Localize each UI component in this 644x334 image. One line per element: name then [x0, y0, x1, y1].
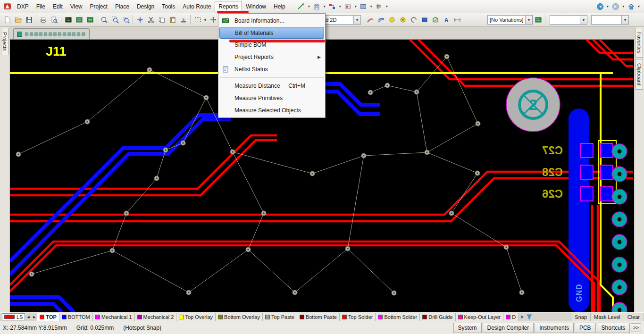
layer-tab-top-paste[interactable]: Top Paste	[263, 313, 297, 321]
variations-combo[interactable]: [No Variations] ▼	[487, 15, 533, 25]
menu-reports[interactable]: Reports	[215, 1, 242, 12]
menu-edit[interactable]: Edit	[49, 1, 67, 12]
via-icon[interactable]	[397, 15, 408, 25]
menu-item-measure-primitives[interactable]: Measure Primitives	[218, 92, 325, 104]
layer-tab-bottom-overlay[interactable]: Bottom Overlay	[216, 313, 263, 321]
variations-dropdown-icon[interactable]: ▼	[525, 16, 532, 24]
variant-manager-icon[interactable]	[533, 15, 544, 25]
mask-level-button[interactable]: Mask Level	[590, 313, 624, 321]
room-icon[interactable]	[343, 1, 353, 12]
toolbar-combo-2[interactable]: ▼	[550, 15, 587, 25]
layer-tab-drill-guide[interactable]: Drill Guide	[420, 313, 455, 321]
import-board-icon[interactable]	[74, 15, 84, 25]
layer-tab-top-solder[interactable]: Top Solder	[340, 313, 376, 321]
grid-icon[interactable]	[374, 1, 385, 12]
cut-icon[interactable]	[145, 15, 156, 25]
panel-tab-clipboard[interactable]: Clipboard	[636, 59, 643, 90]
menu-help[interactable]: Help	[270, 1, 289, 12]
document-tab[interactable]	[13, 28, 90, 39]
net-color-dropdown-icon[interactable]: ▼	[338, 5, 343, 8]
menu-auto-route[interactable]: Auto Route	[179, 1, 215, 12]
zoom-area-icon[interactable]	[109, 15, 120, 25]
move-object-icon[interactable]	[208, 15, 218, 25]
scroll-layers-right-icon[interactable]: ►	[31, 315, 37, 319]
back-icon[interactable]	[594, 1, 605, 12]
arc-icon[interactable]	[408, 15, 419, 25]
cross-probe-icon[interactable]	[134, 15, 145, 25]
panel-tab-favorites[interactable]: Favorites	[636, 28, 643, 58]
menu-item-bill-of-materials[interactable]: Bill of Materials	[219, 27, 324, 39]
scroll-layers-left-icon[interactable]: ◄	[25, 315, 31, 319]
room-dropdown-icon[interactable]: ▼	[353, 5, 358, 8]
dimension-icon[interactable]	[452, 15, 462, 25]
forward-dropdown-icon[interactable]: ▼	[621, 5, 626, 8]
layer-tab-drill-drawing[interactable]: D	[503, 313, 519, 321]
polygon-pour-icon[interactable]	[430, 15, 441, 25]
net-color-icon[interactable]	[327, 1, 338, 12]
layer-tab-top[interactable]: TOP	[37, 313, 59, 321]
layer-tab-mechanical-2[interactable]: Mechanical 2	[135, 313, 177, 321]
layer-tab-top-overlay[interactable]: Top Overlay	[176, 313, 216, 321]
paste-recall-icon[interactable]	[178, 15, 189, 25]
forward-icon[interactable]	[610, 1, 621, 12]
layer-tab-bottom-solder[interactable]: Bottom Solder	[376, 313, 420, 321]
select-area-dropdown-icon[interactable]: ▼	[203, 18, 208, 22]
layer-set-box[interactable]: LS	[2, 313, 25, 320]
view-configuration-dropdown-icon[interactable]: ▼	[353, 16, 360, 24]
toolbar-combo-3-dropdown-icon[interactable]: ▼	[621, 16, 628, 24]
instruments-panel-button[interactable]: Instruments	[535, 323, 574, 333]
back-dropdown-icon[interactable]: ▼	[605, 5, 610, 8]
layer-stack-icon[interactable]	[311, 1, 322, 12]
design-compiler-panel-button[interactable]: Design Compiler	[483, 323, 534, 333]
new-document-icon[interactable]	[2, 15, 13, 25]
menu-item-measure-selected-objects[interactable]: Measure Selected Objects	[218, 104, 325, 117]
menu-tools[interactable]: Tools	[158, 1, 179, 12]
home-icon[interactable]	[626, 1, 636, 12]
toolbar-combo-2-dropdown-icon[interactable]: ▼	[580, 16, 587, 24]
grid-dropdown-icon[interactable]: ▼	[385, 5, 389, 8]
layer-stack-dropdown-icon[interactable]: ▼	[322, 5, 327, 8]
print-icon[interactable]	[38, 15, 49, 25]
menu-file[interactable]: File	[33, 1, 49, 12]
layer-tab-keep-out-layer[interactable]: Keep-Out Layer	[456, 313, 504, 321]
string-icon[interactable]: A	[441, 15, 452, 25]
layer-tab-bottom[interactable]: BOTTOM	[59, 313, 93, 321]
pad-icon[interactable]	[386, 15, 397, 25]
shortcuts-panel-button[interactable]: Shortcuts	[597, 323, 630, 333]
pcb-panel-button[interactable]: PCB	[575, 323, 596, 333]
layer-tab-mechanical-1[interactable]: Mechanical 1	[93, 313, 135, 321]
line-draw-icon[interactable]	[296, 1, 307, 12]
menu-item-board-information[interactable]: Board Information...	[218, 15, 325, 27]
system-panel-button[interactable]: System	[453, 323, 482, 333]
panel-tab-projects[interactable]: Projects	[1, 28, 8, 55]
board-wizard-icon[interactable]	[63, 15, 74, 25]
plane-dropdown-icon[interactable]: ▼	[369, 5, 374, 8]
open-document-icon[interactable]	[13, 15, 24, 25]
paste-icon[interactable]	[167, 15, 178, 25]
copy-icon[interactable]	[156, 15, 167, 25]
line-draw-dropdown-icon[interactable]: ▼	[307, 5, 311, 8]
clear-button[interactable]: Clear	[624, 313, 643, 321]
menu-place[interactable]: Place	[111, 1, 133, 12]
menu-dxp[interactable]: DXP	[13, 1, 33, 12]
menu-project[interactable]: Project	[86, 1, 111, 12]
snap-button[interactable]: Snap	[571, 313, 590, 321]
save-icon[interactable]	[24, 15, 34, 25]
layer-tab-bottom-paste[interactable]: Bottom Paste	[297, 313, 340, 321]
fill-icon[interactable]	[419, 15, 430, 25]
menu-view[interactable]: View	[67, 1, 86, 12]
interactive-routing-icon[interactable]	[365, 15, 376, 25]
update-board-icon[interactable]	[84, 15, 95, 25]
interactive-multirouting-icon[interactable]	[376, 15, 386, 25]
menu-window[interactable]: Window	[242, 1, 270, 12]
menu-item-measure-distance[interactable]: Measure Distance Ctrl+M	[218, 80, 325, 92]
select-area-icon[interactable]	[192, 15, 203, 25]
home-dropdown-icon[interactable]: ▼	[636, 5, 641, 8]
panel-overflow-button[interactable]: >>	[631, 323, 641, 332]
print-preview-icon[interactable]	[49, 15, 59, 25]
zoom-selected-icon[interactable]	[120, 15, 131, 25]
layer-sets-icon[interactable]	[519, 313, 526, 320]
menu-design[interactable]: Design	[133, 1, 158, 12]
menu-item-project-reports[interactable]: Project Reports ▶	[218, 51, 325, 63]
layer-filter-icon[interactable]	[526, 313, 533, 320]
